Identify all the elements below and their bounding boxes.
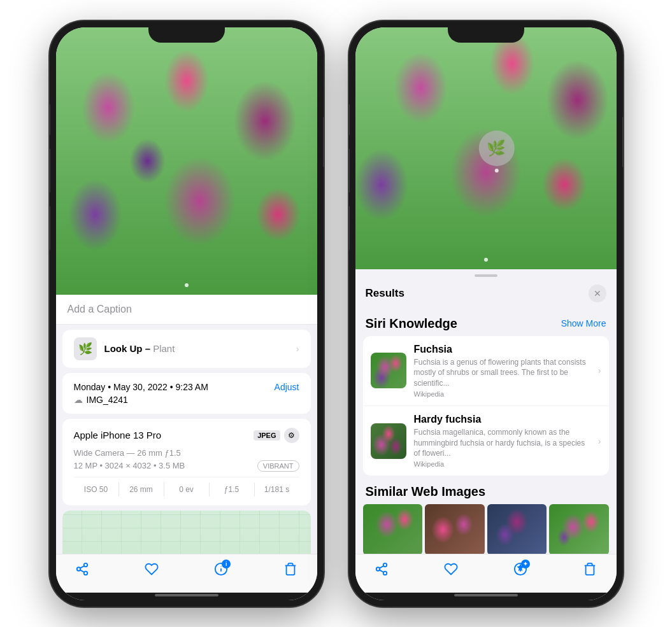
cloud-icon: ☁ — [74, 395, 83, 405]
similar-image-1[interactable] — [363, 504, 423, 553]
right-home-bar — [454, 594, 518, 596]
exif-focal: 26 mm — [119, 483, 164, 497]
fuchsia-thumb-graphic — [371, 353, 406, 388]
format-badge: JPEG — [254, 430, 280, 440]
results-sheet: Results ✕ Siri Knowledge Show More — [355, 269, 617, 554]
right-photo-toolbar: ✦ — [355, 554, 617, 593]
hardy-description: Fuchsia magellanica, commonly known as t… — [414, 427, 590, 459]
similar-images-row — [363, 504, 609, 553]
results-title: Results — [366, 287, 404, 300]
info-button[interactable]: i — [214, 562, 228, 580]
leaf-icon: 🌿 — [487, 139, 506, 157]
siri-visual-lookup-button[interactable]: 🌿 — [478, 130, 514, 166]
home-indicator — [56, 593, 317, 600]
similar-image-4[interactable] — [549, 504, 609, 553]
exif-row: ISO 50 26 mm 0 ev ƒ1.5 1/181 s — [74, 477, 299, 497]
right-silent-switch — [349, 104, 350, 136]
similar-image-3[interactable] — [487, 504, 547, 553]
silent-switch — [50, 104, 50, 136]
hardy-source: Wikipedia — [414, 460, 590, 468]
knowledge-card: Fuchsia Fuchsia is a genus of flowering … — [363, 336, 609, 476]
similar-images-header: Similar Web Images — [363, 476, 609, 504]
close-button[interactable]: ✕ — [589, 285, 606, 302]
map-graphic — [62, 511, 311, 554]
photo-toolbar: i — [56, 554, 317, 593]
lookup-row[interactable]: 🌿 Look Up – Plant › — [62, 330, 311, 368]
left-phone: Add a Caption 🌿 Look Up – Plant › Monday… — [50, 21, 324, 607]
similar-images-title: Similar Web Images — [366, 484, 486, 498]
hardy-chevron: › — [598, 436, 601, 446]
fuchsia-text: Fuchsia Fuchsia is a genus of flowering … — [414, 344, 590, 398]
photo-date: Monday • May 30, 2022 • 9:23 AM — [74, 382, 208, 392]
adjust-button[interactable]: Adjust — [275, 382, 299, 392]
lookup-chevron: › — [296, 344, 299, 354]
caption-area[interactable]: Add a Caption — [56, 295, 317, 325]
right-photo-image[interactable]: 🌿 — [355, 27, 617, 269]
map-section[interactable] — [62, 511, 311, 554]
lookup-label: Look Up – Plant — [104, 343, 175, 354]
sheet-handle[interactable] — [355, 269, 617, 279]
right-home-indicator — [355, 593, 617, 600]
device-row: Apple iPhone 13 Pro JPEG ⚙ — [74, 428, 299, 443]
exif-shutter: 1/181 s — [255, 483, 299, 497]
fuchsia-thumbnail — [371, 353, 406, 388]
fuchsia-chevron: › — [598, 365, 601, 376]
left-phone-screen: Add a Caption 🌿 Look Up – Plant › Monday… — [56, 27, 317, 600]
caption-placeholder[interactable]: Add a Caption — [68, 304, 132, 314]
phone-notch — [148, 21, 225, 43]
siri-knowledge-header: Siri Knowledge Show More — [363, 310, 609, 336]
results-header: Results ✕ — [355, 279, 617, 310]
right-delete-button[interactable] — [583, 562, 597, 580]
home-bar — [155, 594, 218, 596]
metadata-section: Monday • May 30, 2022 • 9:23 AM Adjust ☁… — [62, 373, 311, 414]
flower-graphic — [56, 27, 317, 295]
delete-button[interactable] — [283, 562, 297, 580]
exif-ev: 0 ev — [164, 483, 210, 497]
date-row: Monday • May 30, 2022 • 9:23 AM Adjust — [74, 382, 299, 392]
right-page-indicator — [484, 258, 488, 262]
show-more-button[interactable]: Show More — [561, 318, 606, 328]
exif-iso: ISO 50 — [74, 483, 119, 497]
filename: IMG_4241 — [87, 395, 128, 405]
right-volume-down-button — [349, 206, 350, 250]
right-favorite-button[interactable] — [444, 562, 458, 580]
hardy-fuchsia-item[interactable]: Hardy fuchsia Fuchsia magellanica, commo… — [363, 406, 609, 476]
fuchsia-item[interactable]: Fuchsia Fuchsia is a genus of flowering … — [363, 336, 609, 406]
siri-knowledge-title: Siri Knowledge — [366, 316, 457, 331]
fuchsia-description: Fuchsia is a genus of flowering plants t… — [414, 357, 590, 389]
mp-info: 12 MP • 3024 × 4032 • 3.5 MB — [74, 461, 185, 470]
hardy-thumbnail — [371, 423, 406, 459]
filename-row: ☁ IMG_4241 — [74, 395, 299, 405]
mp-row: 12 MP • 3024 × 4032 • 3.5 MB VIBRANT — [74, 460, 299, 472]
right-share-button[interactable] — [375, 562, 389, 580]
siri-dot — [494, 169, 498, 173]
device-badges: JPEG ⚙ — [254, 428, 299, 443]
info-badge: i — [222, 560, 231, 568]
right-phone-screen: 🌿 Results ✕ Siri Knowledge Show More — [355, 27, 617, 600]
right-power-button — [622, 116, 623, 167]
vibrant-badge: VIBRANT — [257, 460, 299, 472]
hardy-name: Hardy fuchsia — [414, 414, 590, 425]
favorite-button[interactable] — [145, 562, 159, 580]
photo-image[interactable] — [56, 27, 317, 295]
hardy-thumb-graphic — [371, 423, 406, 459]
camera-details: Wide Camera — 26 mm ƒ1.5 — [74, 448, 299, 458]
photo-info-panel: Add a Caption 🌿 Look Up – Plant › Monday… — [56, 295, 317, 554]
device-section: Apple iPhone 13 Pro JPEG ⚙ Wide Camera —… — [62, 419, 311, 505]
volume-up-button — [50, 148, 50, 193]
fuchsia-source: Wikipedia — [414, 390, 590, 398]
lookup-icon: 🌿 — [74, 337, 97, 360]
right-info-button[interactable]: ✦ — [513, 562, 527, 580]
camera-settings-button[interactable]: ⚙ — [284, 428, 299, 443]
exif-aperture: ƒ1.5 — [210, 483, 255, 497]
volume-down-button — [50, 206, 50, 250]
right-phone-notch — [448, 21, 524, 43]
device-name: Apple iPhone 13 Pro — [74, 430, 162, 440]
share-button[interactable] — [75, 562, 89, 580]
power-button — [323, 116, 324, 167]
right-phone: 🌿 Results ✕ Siri Knowledge Show More — [349, 21, 623, 607]
similar-image-2[interactable] — [425, 504, 485, 553]
page-indicator — [185, 283, 189, 287]
results-content: Siri Knowledge Show More Fuchsia Fuchsia… — [355, 310, 617, 554]
fuchsia-name: Fuchsia — [414, 344, 590, 355]
